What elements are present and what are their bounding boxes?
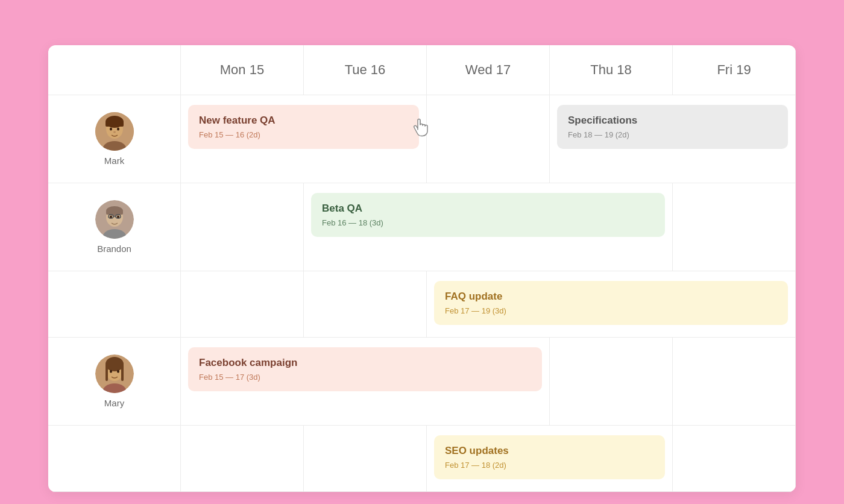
task-faq-update[interactable]: FAQ update Feb 17 — 19 (3d) [427,271,796,338]
brandon-r2-tue-empty [304,271,427,338]
mary-r1-thu-empty [550,338,673,426]
brandon-row2-person-spacer [48,271,181,338]
svg-point-27 [117,370,119,373]
svg-point-4 [110,128,112,131]
avatar-mark [95,112,134,151]
task-seo-updates[interactable]: SEO updates Feb 17 — 18 (2d) [427,426,673,492]
mary-r2-mon-empty [181,426,304,492]
app-background: Mon 15 Tue 16 Wed 17 Thu 18 Fri 19 [0,0,844,504]
task-date: Feb 16 — 18 (3d) [322,218,654,227]
mary-r2-tue-empty [304,426,427,492]
svg-rect-24 [106,364,108,381]
task-date: Feb 17 — 19 (3d) [445,306,777,315]
svg-point-26 [110,370,112,373]
person-brandon: Brandon [48,183,181,271]
avatar-brandon [95,200,134,239]
header-mon: Mon 15 [181,45,304,95]
header-fri: Fri 19 [673,45,796,95]
brandon-fri-empty-1 [673,183,796,271]
person-mark: Mark [48,95,181,183]
brandon-mon-empty [181,183,304,271]
svg-rect-3 [106,122,124,127]
mary-r2-fri-empty [673,426,796,492]
mark-wed-empty [427,95,550,183]
task-beta-qa[interactable]: Beta QA Feb 16 — 18 (3d) [304,183,673,271]
person-name-mary: Mary [104,398,124,408]
task-specifications[interactable]: Specifications Feb 18 — 19 (2d) [550,95,796,183]
task-title: New feature QA [199,115,408,127]
task-date: Feb 18 — 19 (2d) [568,130,777,139]
mary-r1-fri-empty [673,338,796,426]
cursor-hand-icon [409,113,431,141]
task-date: Feb 17 — 18 (2d) [445,461,654,470]
person-name-brandon: Brandon [97,244,131,254]
calendar-grid: Mon 15 Tue 16 Wed 17 Thu 18 Fri 19 [48,45,796,492]
svg-point-6 [113,131,116,133]
svg-rect-25 [121,364,124,381]
task-new-feature-qa[interactable]: New feature QA Feb 15 — 16 (2d) [181,95,427,183]
person-name-mark: Mark [104,156,124,166]
person-mary: Mary [48,338,181,426]
task-date: Feb 15 — 16 (2d) [199,130,408,139]
task-title: SEO updates [445,445,654,457]
task-facebook-campaign[interactable]: Facebook campaign Feb 15 — 17 (3d) [181,338,550,426]
task-title: Specifications [568,115,777,127]
task-title: Facebook campaign [199,357,531,369]
task-title: Beta QA [322,203,654,215]
task-title: FAQ update [445,291,777,303]
task-date: Feb 15 — 17 (3d) [199,373,531,382]
svg-point-23 [106,357,124,371]
header-thu: Thu 18 [550,45,673,95]
header-wed: Wed 17 [427,45,550,95]
svg-point-5 [117,128,119,131]
calendar-container: Mon 15 Tue 16 Wed 17 Thu 18 Fri 19 [48,45,796,492]
header-empty [48,45,181,95]
avatar-mary [95,354,134,393]
header-tue: Tue 16 [304,45,427,95]
svg-rect-14 [106,211,123,215]
brandon-r2-mon-empty [181,271,304,338]
mary-row2-person-spacer [48,426,181,492]
